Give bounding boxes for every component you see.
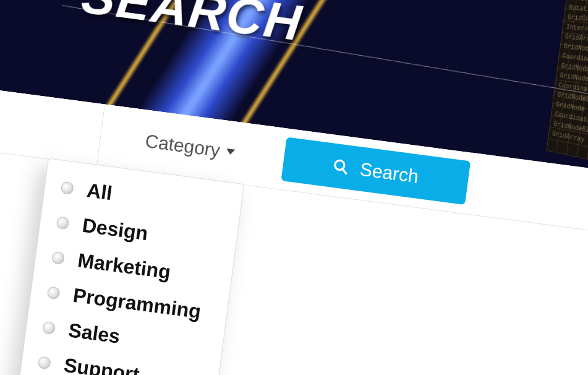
search-icon (332, 157, 350, 175)
category-option-label: Support (62, 354, 140, 375)
code-overlay-text: Offset v Rotation v GridContext Intersec… (552, 0, 588, 165)
radio-icon (56, 216, 69, 230)
radio-icon (61, 181, 74, 194)
code-overlay-panel: Offset v Rotation v GridContext Intersec… (547, 0, 588, 181)
category-dropdown-menu: All Design Marketing Programming Sales S… (18, 158, 244, 375)
category-option-label: Design (81, 214, 150, 246)
search-button-label: Search (359, 158, 420, 187)
radio-icon (51, 251, 65, 264)
radio-icon (42, 321, 56, 334)
category-option-label: All (85, 179, 113, 205)
svg-line-1 (343, 169, 348, 175)
caret-down-icon (226, 149, 235, 155)
category-option-label: Marketing (76, 249, 172, 283)
category-option-label: Sales (67, 319, 122, 348)
radio-icon (46, 286, 60, 300)
radio-icon (38, 356, 51, 369)
category-label: Category (144, 130, 221, 161)
